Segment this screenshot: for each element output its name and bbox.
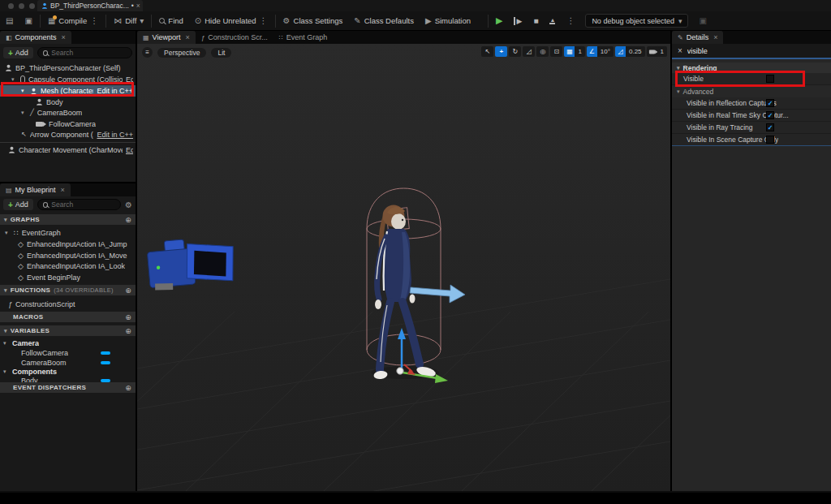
function-row-constructionscript[interactable]: ƒ ConstructionScript (0, 299, 136, 309)
edit-in-cpp-link[interactable]: Edit in C++ (97, 131, 133, 139)
advanced-section-header[interactable]: ▾ Advanced (672, 86, 831, 97)
details-tab-close-icon[interactable]: × (713, 33, 717, 41)
graph-row-ia-jump[interactable]: ◇ EnhancedInputAction IA_Jump (0, 239, 136, 249)
window-minimize-button[interactable] (19, 3, 24, 9)
window-zoom-button[interactable] (29, 3, 35, 9)
my-blueprint-tab-close-icon[interactable]: × (61, 186, 65, 194)
tab-viewport[interactable]: ▦ Viewport × (137, 31, 196, 44)
add-variable-icon[interactable]: ⊕ (125, 327, 131, 335)
tab-construction-script[interactable]: ƒ Construction Scr... (196, 31, 273, 44)
component-row-capsule[interactable]: ▾ Capsule Component (CollisionCylinder) … (0, 74, 136, 84)
rotate-tool-button[interactable]: ↻ (509, 46, 521, 57)
components-search[interactable] (37, 47, 132, 58)
eject-button[interactable]: ▲ (544, 13, 561, 29)
viewport-menu-button[interactable]: ≡ (142, 47, 153, 58)
graph-row-beginplay[interactable]: ◇ Event BeginPlay (0, 272, 136, 282)
expander-icon[interactable]: ▾ (3, 340, 9, 347)
scale-tool-button[interactable]: ◿ (523, 46, 535, 57)
surface-snapping-button[interactable]: ⊡ (550, 46, 562, 57)
component-row-mesh-selected[interactable]: ▾ Mesh (CharacterMesh0) Edit in C++ (0, 85, 136, 97)
components-tab-close-icon[interactable]: × (62, 33, 66, 41)
component-row-self[interactable]: BP_ThirdPersonCharacter (Self) (0, 62, 136, 73)
class-settings-button[interactable]: ⚙ Class Settings (278, 13, 349, 29)
component-row-cameraboom[interactable]: ▾ ╱ CameraBoom (0, 107, 136, 118)
edit-in-cpp-link[interactable]: Edit in C++ (97, 87, 133, 95)
add-macro-icon[interactable]: ⊕ (125, 313, 131, 321)
component-row-charactermovement[interactable]: Character Movement (CharMoveComp) Edit i… (0, 144, 136, 155)
lit-dropdown[interactable]: Lit (211, 48, 231, 58)
component-row-body[interactable]: Body (0, 97, 136, 107)
grid-snap-value[interactable]: 1 (575, 46, 584, 57)
graphs-section-header[interactable]: ▾ GRAPHS ⊕ (0, 214, 136, 225)
details-search[interactable]: × (672, 44, 831, 59)
world-coordinate-button[interactable]: ◎ (536, 46, 549, 57)
clear-search-icon[interactable]: × (678, 46, 682, 55)
edit-in-cpp-link[interactable]: Edit in C++ (126, 146, 133, 154)
edit-in-cpp-link[interactable]: Edit in C++ (126, 75, 133, 84)
rendering-section-header[interactable]: ▾ Rendering (672, 62, 831, 73)
tab-my-blueprint[interactable]: ▤ My Blueprint × (0, 183, 71, 196)
add-component-button[interactable]: + Add (3, 47, 33, 58)
macros-section-header[interactable]: MACROS ⊕ (0, 312, 136, 322)
add-graph-icon[interactable]: ⊕ (125, 216, 131, 224)
stop-button[interactable]: ■ (527, 13, 544, 29)
panel-divider[interactable] (670, 31, 672, 491)
blueprint-settings-gear-icon[interactable]: ⚙ (125, 200, 132, 209)
debug-object-dropdown[interactable]: No debug object selected ▾ (585, 14, 688, 28)
add-blueprint-item-button[interactable]: + Add (3, 199, 33, 210)
camera-speed-value[interactable]: 1 (657, 46, 667, 57)
expander-icon[interactable]: ▾ (5, 230, 11, 236)
component-row-arrow[interactable]: ↖ Arrow Component (Arrow) Edit in C++ (0, 129, 136, 140)
perspective-dropdown[interactable]: Perspective (157, 48, 206, 58)
debug-browse-button[interactable]: ▣ (693, 13, 712, 29)
panel-divider[interactable] (0, 182, 136, 183)
viewport-tab-close-icon[interactable]: × (185, 33, 189, 41)
tab-details[interactable]: ✎ Details × (672, 31, 723, 44)
tab-event-graph[interactable]: ∷ Event Graph (273, 31, 334, 44)
ray-tracing-checkbox[interactable]: ✓ (766, 123, 774, 131)
save-button[interactable]: ▤ (0, 13, 19, 29)
asset-tab-close-icon[interactable]: × (136, 2, 140, 10)
select-tool-button[interactable]: ↖ (481, 46, 493, 57)
tab-components[interactable]: ◧ Components × (0, 31, 71, 44)
expander-icon[interactable]: ▾ (21, 88, 27, 94)
viewport-3d-scene[interactable]: ≡ Perspective Lit ↖ + ↻ ◿ ◎ ⊡ ▦ 1 ∠ 10° (137, 44, 670, 491)
find-button[interactable]: Find (153, 13, 188, 29)
functions-section-header[interactable]: ▾ FUNCTIONS (34 OVERRIDABLE) ⊕ (0, 285, 136, 295)
scale-snap-value[interactable]: 0.25 (626, 46, 645, 57)
move-tool-button[interactable]: + (495, 46, 507, 57)
hide-unrelated-options-icon[interactable]: ⋮ (260, 17, 268, 25)
graph-row-eventgraph[interactable]: ▾ ∷ EventGraph (0, 227, 136, 238)
compile-button[interactable]: ▦ Compile ⋮ (42, 13, 104, 29)
rotation-snap-control[interactable]: ∠ 10° (587, 46, 614, 57)
expander-icon[interactable]: ▾ (11, 76, 17, 83)
expander-icon[interactable]: ▾ (21, 110, 27, 116)
scale-snap-control[interactable]: ◿ 0.25 (615, 46, 645, 57)
reflection-captures-checkbox[interactable]: ✓ (766, 99, 774, 107)
play-button[interactable]: ▶ (490, 13, 508, 29)
event-dispatchers-section-header[interactable]: EVENT DISPATCHERS ⊕ (0, 382, 136, 393)
my-blueprint-search-input[interactable] (51, 200, 115, 209)
rotation-snap-value[interactable]: 10° (597, 46, 614, 57)
add-dispatcher-icon[interactable]: ⊕ (125, 384, 131, 392)
play-options-button[interactable]: ⋮ (561, 13, 580, 29)
asset-tab-blueprint[interactable]: BP_ThirdPersonCharac... • × (37, 0, 143, 11)
graph-row-ia-move[interactable]: ◇ EnhancedInputAction IA_Move (0, 250, 136, 261)
panel-divider[interactable] (136, 31, 137, 491)
frame-skip-button[interactable]: ▶ (508, 13, 527, 29)
browse-button[interactable]: ▣ (19, 13, 37, 29)
visible-checkbox[interactable] (766, 75, 774, 83)
camera-actor[interactable] (146, 235, 236, 292)
details-search-input[interactable] (687, 47, 825, 55)
grid-snap-control[interactable]: ▦ 1 (564, 46, 584, 57)
window-close-button[interactable] (8, 3, 14, 9)
diff-button[interactable]: ⋈ Diff ▾ (108, 13, 149, 29)
camera-speed-control[interactable]: 1 (647, 46, 667, 57)
variables-section-header[interactable]: ▾ VARIABLES ⊕ (0, 325, 136, 336)
component-row-followcamera[interactable]: FollowCamera (0, 118, 136, 129)
realtime-sky-captures-checkbox[interactable]: ✓ (766, 111, 774, 119)
my-blueprint-search[interactable] (37, 199, 121, 210)
expander-icon[interactable]: ▾ (3, 368, 9, 375)
compile-options-icon[interactable]: ⋮ (90, 17, 98, 25)
graph-row-ia-look[interactable]: ◇ EnhancedInputAction IA_Look (0, 261, 136, 271)
